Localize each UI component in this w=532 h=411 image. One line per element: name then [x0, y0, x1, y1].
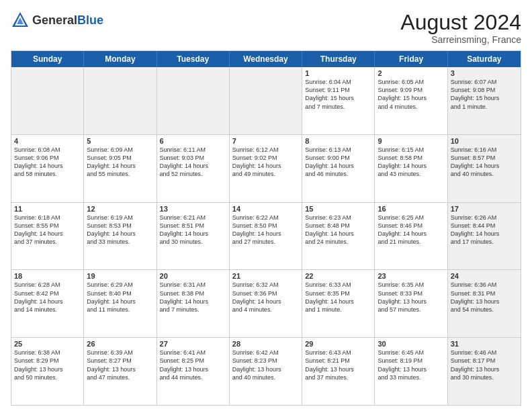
day-number: 10 [451, 137, 518, 145]
day-cell-23: 23Sunrise: 6:35 AM Sunset: 8:33 PM Dayli… [375, 270, 447, 337]
day-number: 22 [305, 272, 371, 280]
day-number: 16 [378, 205, 444, 213]
day-cell-19: 19Sunrise: 6:29 AM Sunset: 8:40 PM Dayli… [84, 270, 157, 337]
day-info: Sunrise: 6:33 AM Sunset: 8:35 PM Dayligh… [305, 281, 371, 314]
day-cell-15: 15Sunrise: 6:23 AM Sunset: 8:48 PM Dayli… [302, 203, 375, 270]
day-number: 4 [14, 137, 81, 145]
day-cell-30: 30Sunrise: 6:45 AM Sunset: 8:19 PM Dayli… [375, 338, 447, 405]
day-cell-17: 17Sunrise: 6:26 AM Sunset: 8:44 PM Dayli… [448, 203, 521, 270]
day-cell-28: 28Sunrise: 6:42 AM Sunset: 8:23 PM Dayli… [230, 338, 302, 405]
logo-text: GeneralBlue [32, 13, 103, 28]
day-number: 29 [305, 340, 371, 348]
day-info: Sunrise: 6:39 AM Sunset: 8:27 PM Dayligh… [87, 349, 153, 381]
day-cell-22: 22Sunrise: 6:33 AM Sunset: 8:35 PM Dayli… [302, 270, 375, 337]
day-number: 23 [378, 272, 444, 280]
day-cell-27: 27Sunrise: 6:41 AM Sunset: 8:25 PM Dayli… [157, 338, 230, 405]
empty-cell-r0c3 [230, 67, 302, 134]
day-cell-7: 7Sunrise: 6:12 AM Sunset: 9:02 PM Daylig… [230, 135, 302, 202]
day-number: 31 [451, 340, 518, 348]
day-cell-24: 24Sunrise: 6:36 AM Sunset: 8:31 PM Dayli… [448, 270, 521, 337]
day-cell-1: 1Sunrise: 6:04 AM Sunset: 9:11 PM Daylig… [302, 67, 375, 134]
day-info: Sunrise: 6:19 AM Sunset: 8:53 PM Dayligh… [87, 214, 153, 246]
calendar-row-5: 25Sunrise: 6:38 AM Sunset: 8:29 PM Dayli… [11, 338, 521, 405]
day-info: Sunrise: 6:26 AM Sunset: 8:44 PM Dayligh… [451, 214, 518, 246]
day-cell-12: 12Sunrise: 6:19 AM Sunset: 8:53 PM Dayli… [84, 203, 157, 270]
weekday-header-tuesday: Tuesday [157, 51, 230, 67]
day-number: 9 [378, 137, 444, 145]
day-info: Sunrise: 6:31 AM Sunset: 8:38 PM Dayligh… [160, 281, 226, 314]
logo: GeneralBlue [11, 11, 103, 30]
day-cell-14: 14Sunrise: 6:22 AM Sunset: 8:50 PM Dayli… [230, 203, 302, 270]
day-cell-21: 21Sunrise: 6:32 AM Sunset: 8:36 PM Dayli… [230, 270, 302, 337]
day-number: 8 [305, 137, 371, 145]
day-number: 11 [14, 205, 81, 213]
day-number: 25 [14, 340, 81, 348]
day-cell-16: 16Sunrise: 6:25 AM Sunset: 8:46 PM Dayli… [375, 203, 447, 270]
day-number: 26 [87, 340, 153, 348]
day-info: Sunrise: 6:15 AM Sunset: 8:58 PM Dayligh… [378, 146, 444, 179]
logo-blue: Blue [77, 13, 103, 27]
calendar-row-4: 18Sunrise: 6:28 AM Sunset: 8:42 PM Dayli… [11, 270, 521, 338]
day-info: Sunrise: 6:32 AM Sunset: 8:36 PM Dayligh… [232, 281, 299, 314]
day-info: Sunrise: 6:07 AM Sunset: 9:08 PM Dayligh… [451, 78, 518, 111]
day-cell-9: 9Sunrise: 6:15 AM Sunset: 8:58 PM Daylig… [375, 135, 447, 202]
day-info: Sunrise: 6:23 AM Sunset: 8:48 PM Dayligh… [305, 214, 371, 246]
day-info: Sunrise: 6:08 AM Sunset: 9:06 PM Dayligh… [14, 146, 81, 179]
day-cell-5: 5Sunrise: 6:09 AM Sunset: 9:05 PM Daylig… [84, 135, 157, 202]
day-number: 6 [160, 137, 226, 145]
day-info: Sunrise: 6:41 AM Sunset: 8:25 PM Dayligh… [160, 349, 226, 381]
page: GeneralBlue August 2024 Sarreinsming, Fr… [0, 0, 532, 411]
logo-general: General [32, 13, 77, 27]
day-cell-3: 3Sunrise: 6:07 AM Sunset: 9:08 PM Daylig… [448, 67, 521, 134]
day-number: 12 [87, 205, 153, 213]
empty-cell-r0c1 [84, 67, 157, 134]
day-number: 21 [232, 272, 299, 280]
day-cell-31: 31Sunrise: 6:46 AM Sunset: 8:17 PM Dayli… [448, 338, 521, 405]
day-info: Sunrise: 6:05 AM Sunset: 9:09 PM Dayligh… [378, 78, 444, 111]
day-cell-11: 11Sunrise: 6:18 AM Sunset: 8:55 PM Dayli… [11, 203, 84, 270]
day-cell-13: 13Sunrise: 6:21 AM Sunset: 8:51 PM Dayli… [157, 203, 230, 270]
day-info: Sunrise: 6:09 AM Sunset: 9:05 PM Dayligh… [87, 146, 153, 179]
day-info: Sunrise: 6:28 AM Sunset: 8:42 PM Dayligh… [14, 281, 81, 314]
day-info: Sunrise: 6:18 AM Sunset: 8:55 PM Dayligh… [14, 214, 81, 246]
day-number: 7 [232, 137, 299, 145]
empty-cell-r0c0 [11, 67, 84, 134]
weekday-header-monday: Monday [84, 51, 157, 67]
day-info: Sunrise: 6:45 AM Sunset: 8:19 PM Dayligh… [378, 349, 444, 381]
day-number: 2 [378, 69, 444, 77]
day-cell-18: 18Sunrise: 6:28 AM Sunset: 8:42 PM Dayli… [11, 270, 84, 337]
day-cell-4: 4Sunrise: 6:08 AM Sunset: 9:06 PM Daylig… [11, 135, 84, 202]
month-year: August 2024 [400, 11, 521, 34]
weekday-header-thursday: Thursday [302, 51, 375, 67]
empty-cell-r0c2 [157, 67, 230, 134]
day-number: 20 [160, 272, 226, 280]
weekday-header-friday: Friday [375, 51, 447, 67]
day-info: Sunrise: 6:29 AM Sunset: 8:40 PM Dayligh… [87, 281, 153, 314]
day-number: 19 [87, 272, 153, 280]
day-info: Sunrise: 6:21 AM Sunset: 8:51 PM Dayligh… [160, 214, 226, 246]
day-number: 18 [14, 272, 81, 280]
day-number: 27 [160, 340, 226, 348]
day-number: 15 [305, 205, 371, 213]
day-cell-10: 10Sunrise: 6:16 AM Sunset: 8:57 PM Dayli… [448, 135, 521, 202]
day-cell-20: 20Sunrise: 6:31 AM Sunset: 8:38 PM Dayli… [157, 270, 230, 337]
day-info: Sunrise: 6:46 AM Sunset: 8:17 PM Dayligh… [451, 349, 518, 381]
calendar-row-1: 1Sunrise: 6:04 AM Sunset: 9:11 PM Daylig… [11, 67, 521, 135]
day-number: 14 [232, 205, 299, 213]
day-cell-29: 29Sunrise: 6:43 AM Sunset: 8:21 PM Dayli… [302, 338, 375, 405]
calendar-row-3: 11Sunrise: 6:18 AM Sunset: 8:55 PM Dayli… [11, 203, 521, 271]
calendar-body: 1Sunrise: 6:04 AM Sunset: 9:11 PM Daylig… [11, 67, 521, 405]
day-cell-6: 6Sunrise: 6:11 AM Sunset: 9:03 PM Daylig… [157, 135, 230, 202]
day-info: Sunrise: 6:22 AM Sunset: 8:50 PM Dayligh… [232, 214, 299, 246]
calendar: SundayMondayTuesdayWednesdayThursdayFrid… [11, 50, 521, 406]
title-block: August 2024 Sarreinsming, France [400, 11, 521, 45]
day-info: Sunrise: 6:36 AM Sunset: 8:31 PM Dayligh… [451, 281, 518, 314]
header: GeneralBlue August 2024 Sarreinsming, Fr… [11, 11, 521, 45]
weekday-header-wednesday: Wednesday [230, 51, 302, 67]
location: Sarreinsming, France [400, 34, 521, 45]
day-cell-26: 26Sunrise: 6:39 AM Sunset: 8:27 PM Dayli… [84, 338, 157, 405]
day-info: Sunrise: 6:35 AM Sunset: 8:33 PM Dayligh… [378, 281, 444, 314]
weekday-header-saturday: Saturday [448, 51, 521, 67]
day-info: Sunrise: 6:04 AM Sunset: 9:11 PM Dayligh… [305, 78, 371, 111]
day-cell-8: 8Sunrise: 6:13 AM Sunset: 9:00 PM Daylig… [302, 135, 375, 202]
